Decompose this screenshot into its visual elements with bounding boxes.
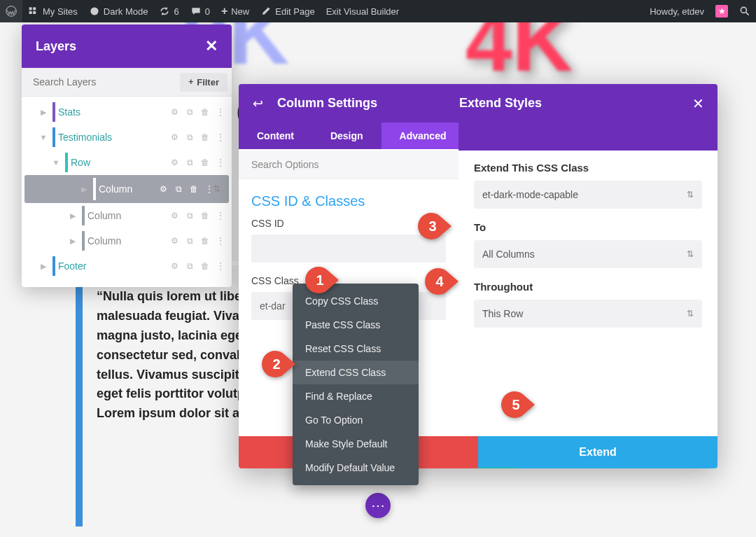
filter-label: Filter bbox=[197, 77, 219, 88]
layer-row[interactable]: ▼Row⚙⧉🗑⋮ bbox=[22, 150, 232, 175]
svg-rect-3 bbox=[29, 11, 32, 14]
wp-admin-bar: My Sites Dark Mode 6 0 +New Edit Page Ex… bbox=[0, 0, 756, 22]
user-avatar[interactable]: ★ bbox=[710, 0, 734, 22]
layer-label: Column bbox=[96, 183, 156, 195]
expand-icon[interactable]: ▶ bbox=[64, 211, 82, 221]
wp-logo[interactable] bbox=[0, 0, 22, 22]
duplicate-icon[interactable]: ⧉ bbox=[183, 130, 197, 144]
more-icon[interactable]: ⋮ bbox=[214, 105, 227, 119]
exit-vb-label: Exit Visual Builder bbox=[326, 6, 400, 17]
context-menu: Copy CSS Class Paste CSS Class Reset CSS… bbox=[293, 284, 419, 485]
ctx-goto-option[interactable]: Go To Option bbox=[293, 408, 419, 432]
more-icon[interactable]: ⋮ bbox=[214, 259, 227, 273]
layer-stats[interactable]: ▶Stats⚙⧉🗑⋮ bbox=[22, 99, 232, 125]
updates[interactable]: 6 bbox=[153, 0, 184, 22]
svg-point-6 bbox=[741, 7, 746, 13]
gear-icon[interactable]: ⚙ bbox=[156, 182, 170, 196]
trash-icon[interactable]: 🗑 bbox=[198, 155, 212, 169]
throughout-select[interactable]: This Row bbox=[474, 300, 702, 328]
gear-icon[interactable]: ⚙ bbox=[167, 259, 181, 273]
trash-icon[interactable]: 🗑 bbox=[198, 209, 212, 223]
edit-page[interactable]: Edit Page bbox=[255, 0, 320, 22]
svg-rect-1 bbox=[29, 7, 32, 10]
ctx-make-default[interactable]: Make Style Default bbox=[293, 432, 419, 456]
layers-title: Layers bbox=[36, 39, 76, 54]
ctx-paste-css[interactable]: Paste CSS Class bbox=[293, 313, 419, 337]
more-icon[interactable]: ⋮ bbox=[214, 234, 227, 248]
exit-visual-builder[interactable]: Exit Visual Builder bbox=[321, 0, 405, 22]
gear-icon[interactable]: ⚙ bbox=[167, 155, 181, 169]
trash-icon[interactable]: 🗑 bbox=[187, 182, 201, 196]
ctx-find-replace[interactable]: Find & Replace bbox=[293, 384, 419, 408]
to-select[interactable]: All Columns bbox=[474, 240, 702, 268]
edit-page-label: Edit Page bbox=[275, 6, 314, 17]
trash-icon[interactable]: 🗑 bbox=[198, 234, 212, 248]
layer-label: Column bbox=[85, 235, 167, 246]
layer-column[interactable]: ▶Column⚙⧉🗑⋮ bbox=[22, 228, 232, 253]
ctx-modify-default[interactable]: Modify Default Value bbox=[293, 456, 419, 480]
layers-filter-button[interactable]: +Filter bbox=[180, 73, 227, 92]
layer-column-selected[interactable]: ▶Column⚙⧉🗑⋮ bbox=[24, 175, 229, 203]
layer-label: Row bbox=[68, 157, 167, 168]
duplicate-icon[interactable]: ⧉ bbox=[183, 105, 197, 119]
annotation-pin-4: 4 bbox=[425, 268, 458, 295]
duplicate-icon[interactable]: ⧉ bbox=[183, 259, 197, 273]
expand-icon[interactable]: ▶ bbox=[75, 185, 93, 194]
settings-close-icon[interactable]: ✕ bbox=[679, 95, 718, 112]
layer-label: Column bbox=[85, 210, 167, 221]
layer-label: Testimonials bbox=[55, 132, 167, 143]
expand-icon[interactable]: ▶ bbox=[34, 108, 52, 117]
layer-column[interactable]: ▶Column⚙⧉🗑⋮ bbox=[22, 203, 232, 228]
gear-icon[interactable]: ⚙ bbox=[167, 130, 181, 144]
collapse-icon[interactable]: ▼ bbox=[47, 158, 65, 167]
extend-class-label: Extend This CSS Class bbox=[474, 162, 702, 174]
gear-icon[interactable]: ⚙ bbox=[167, 234, 181, 248]
layer-footer[interactable]: ▶Footer⚙⧉🗑⋮ bbox=[22, 253, 232, 279]
new[interactable]: +New bbox=[216, 0, 255, 22]
tab-content[interactable]: Content bbox=[239, 123, 312, 149]
more-icon[interactable]: ⋮ bbox=[214, 209, 227, 223]
annotation-pin-2: 2 bbox=[262, 351, 295, 377]
layer-label: Stats bbox=[55, 106, 167, 118]
layers-close-icon[interactable]: ✕ bbox=[205, 37, 218, 55]
collapse-icon[interactable]: ▼ bbox=[34, 133, 52, 141]
more-icon[interactable]: ⋮ bbox=[202, 182, 216, 196]
section-css: CSS ID & Classes bbox=[239, 179, 458, 218]
back-icon[interactable]: ↩ bbox=[239, 96, 277, 111]
layers-panel: Layers ✕ +Filter ▶Stats⚙⧉🗑⋮ ▼Testimonial… bbox=[22, 25, 232, 287]
search-options[interactable]: Search Options bbox=[239, 151, 458, 179]
duplicate-icon[interactable]: ⧉ bbox=[172, 182, 186, 196]
layer-testimonials[interactable]: ▼Testimonials⚙⧉🗑⋮ bbox=[22, 125, 232, 150]
more-icon[interactable]: ⋮ bbox=[214, 155, 227, 169]
trash-icon[interactable]: 🗑 bbox=[198, 130, 212, 144]
search[interactable] bbox=[734, 0, 756, 22]
my-sites[interactable]: My Sites bbox=[22, 0, 83, 22]
ctx-extend-css[interactable]: Extend CSS Class bbox=[293, 361, 419, 384]
svg-rect-2 bbox=[33, 7, 36, 10]
expand-icon[interactable]: ▶ bbox=[64, 237, 82, 246]
fab-more[interactable]: ⋯ bbox=[365, 493, 391, 518]
tab-design[interactable]: Design bbox=[312, 123, 382, 149]
new-label: New bbox=[231, 6, 249, 17]
svg-point-5 bbox=[90, 7, 98, 15]
expand-icon[interactable]: ▶ bbox=[34, 262, 52, 271]
trash-icon[interactable]: 🗑 bbox=[198, 259, 212, 273]
comments[interactable]: 0 bbox=[185, 0, 216, 22]
duplicate-icon[interactable]: ⧉ bbox=[183, 234, 197, 248]
gear-icon[interactable]: ⚙ bbox=[167, 209, 181, 223]
ctx-reset-css[interactable]: Reset CSS Class bbox=[293, 337, 419, 361]
layer-label: Footer bbox=[55, 260, 167, 272]
css-id-input[interactable] bbox=[251, 235, 446, 263]
more-icon[interactable]: ⋮ bbox=[214, 130, 227, 144]
dark-mode[interactable]: Dark Mode bbox=[83, 0, 154, 22]
howdy-user[interactable]: Howdy, etdev bbox=[644, 0, 710, 22]
comments-count: 0 bbox=[205, 6, 210, 17]
extend-button[interactable]: Extend bbox=[478, 436, 718, 468]
duplicate-icon[interactable]: ⧉ bbox=[183, 209, 197, 223]
duplicate-icon[interactable]: ⧉ bbox=[183, 155, 197, 169]
trash-icon[interactable]: 🗑 bbox=[198, 105, 212, 119]
layers-search-input[interactable] bbox=[22, 68, 176, 96]
tab-advanced[interactable]: Advanced bbox=[382, 123, 465, 149]
extend-class-value[interactable]: et-dark-mode-capable bbox=[474, 181, 702, 209]
gear-icon[interactable]: ⚙ bbox=[167, 105, 181, 119]
